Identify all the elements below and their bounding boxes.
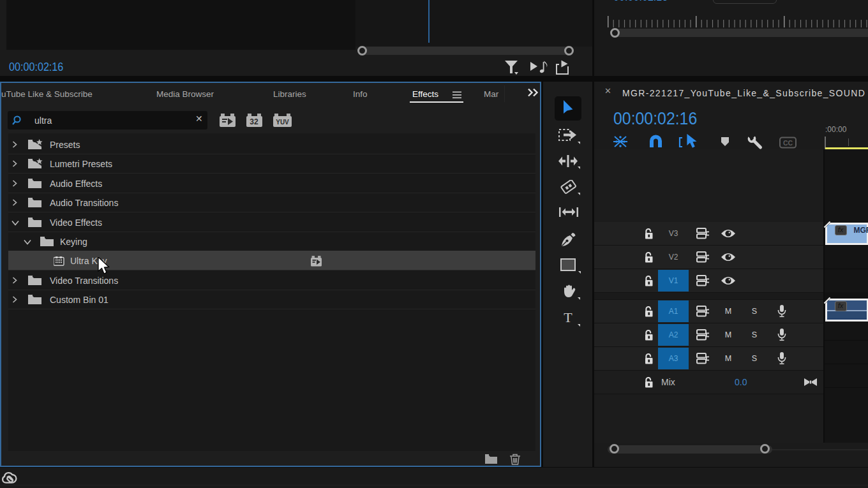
svg-text:T: T [564,310,572,325]
svg-text:CC: CC [783,139,793,147]
svg-text:YUV: YUV [276,119,289,126]
svg-text:32: 32 [250,117,258,126]
